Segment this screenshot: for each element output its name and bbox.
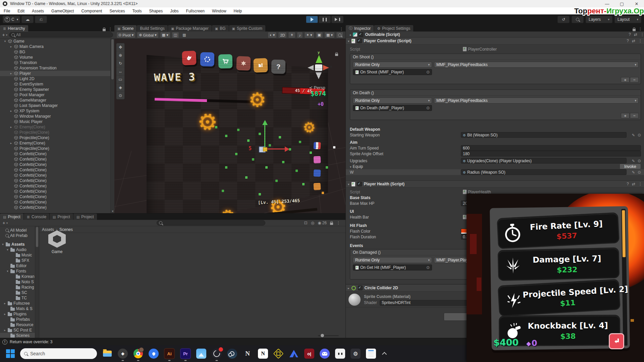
gizmo-lock-icon[interactable] [335, 54, 338, 56]
photos-icon[interactable] [196, 349, 206, 359]
event-mode-dropdown[interactable]: Runtime Only [353, 62, 432, 68]
hierarchy-item[interactable]: Projectile(Clone) [0, 130, 114, 135]
hierarchy-item[interactable]: ▸ Main Camera [0, 44, 114, 49]
premiere-icon[interactable]: Pr [180, 348, 191, 359]
obs-icon[interactable] [212, 349, 222, 359]
tab-project-2[interactable]: Project [50, 214, 73, 220]
notion-calendar-icon[interactable]: N [243, 349, 253, 359]
file-explorer-icon[interactable] [102, 349, 112, 359]
grid-snap-button[interactable]: ▦ ▾ [160, 32, 170, 38]
w-object-field[interactable]: Radius (Weapon SO) [461, 169, 627, 175]
tab-project-1[interactable]: Project [0, 214, 23, 220]
pivot-dropdown[interactable]: ⊙ Pivot ▾ [116, 32, 136, 38]
hierarchy-item[interactable]: Confetti(Clone) [0, 183, 114, 189]
foldout-icon[interactable] [350, 32, 352, 37]
return-button[interactable] [609, 333, 624, 349]
hierarchy-item[interactable]: Confetti(Clone) [0, 205, 114, 210]
add-gameobject-button[interactable]: ＋ [1, 32, 7, 38]
settings-gear-icon[interactable]: ⚙ [351, 349, 361, 359]
hierarchy-item[interactable]: ▸ XP System [0, 108, 114, 114]
edit-icon[interactable] [632, 133, 635, 137]
effects-dropdown[interactable]: ✶ ▾ [304, 32, 314, 38]
notion-icon[interactable]: N [258, 349, 268, 359]
search-by-type-icon[interactable]: ⊡ [304, 221, 308, 225]
hierarchy-item[interactable]: Confetti(Clone) [0, 199, 114, 205]
event-add-button[interactable]: ＋ [621, 77, 630, 82]
folder-item[interactable]: Music [0, 252, 39, 258]
menu-item[interactable]: Fullscreen [182, 9, 208, 13]
scale-tool[interactable]: ↔ [116, 67, 124, 75]
audio-toggle[interactable]: ♪ [297, 32, 303, 38]
tab-project-3[interactable]: Project [73, 214, 97, 220]
edit-icon[interactable] [632, 159, 635, 163]
object-picker-icon[interactable] [638, 170, 641, 175]
upgrades-object-field[interactable]: Upgrades(Clone) (Player Upgrades) [461, 158, 627, 164]
nordvpn-icon[interactable] [289, 349, 299, 359]
character-app-icon[interactable] [335, 349, 345, 359]
script-object-field[interactable]: PlayerController [461, 46, 641, 52]
aim-turn-speed-input[interactable]: 600 [461, 145, 641, 151]
folder-item[interactable]: Prefabs [0, 317, 39, 322]
menu-item[interactable]: Services [106, 9, 128, 13]
maps-pin-icon[interactable] [149, 349, 159, 359]
hierarchy-item[interactable]: Projectile(Clone) [0, 146, 114, 151]
foldout-icon[interactable] [348, 182, 350, 186]
hierarchy-item[interactable]: Music Player [0, 119, 114, 124]
edit-icon[interactable] [632, 170, 635, 175]
hierarchy-item[interactable]: Volume [0, 55, 114, 60]
menu-item[interactable]: GameObject [48, 9, 77, 13]
gizmos-dropdown[interactable]: ▦ ▾ [324, 32, 335, 38]
folder-item[interactable]: Scenes [0, 333, 39, 338]
scene-viewport[interactable]: ? 45 / 45 WAVE 3 ≺ Persp $874 +0 [114, 39, 345, 213]
project-lock-icon[interactable] [330, 223, 333, 225]
folder-item[interactable]: SC [0, 290, 39, 295]
step-button[interactable] [331, 16, 343, 23]
custom-tool[interactable]: ⊙ [116, 92, 124, 99]
folder-item[interactable]: Korean [0, 274, 39, 279]
lock-icon[interactable] [103, 29, 106, 31]
component-outlinable[interactable]: Outlinable (Script) ?⇄ [346, 32, 644, 37]
hierarchy-item[interactable]: Enemy Spawner [0, 87, 114, 92]
hierarchy-item[interactable]: Window Manager [0, 114, 114, 119]
material-preview-sphere[interactable] [348, 294, 361, 306]
hierarchy-item[interactable]: ▸ Player [0, 71, 114, 76]
project-search-input[interactable] [157, 220, 265, 226]
search-by-label-icon[interactable]: ◎ [311, 221, 314, 225]
inspector-menu-icon[interactable] [638, 27, 642, 32]
event-remove-button[interactable]: − [630, 77, 639, 82]
hierarchy-item[interactable]: Pool Manager [0, 92, 114, 98]
event-add-button[interactable]: ＋ [621, 113, 630, 118]
shading-mode-dropdown[interactable]: ◐ ▾ [268, 32, 277, 38]
hierarchy-item[interactable]: Confetti(Clone) [0, 162, 114, 167]
object-picker-icon[interactable] [638, 159, 641, 163]
inspector-lock-icon[interactable] [633, 29, 636, 31]
folder-item[interactable]: TC [0, 295, 39, 301]
maximize-button[interactable]: ▢ [614, 0, 629, 7]
invoke-button[interactable]: Invoke [620, 164, 641, 169]
component-player-controller-header[interactable]: Player Controller (Script) ?⇄ [346, 37, 644, 45]
player-controller-enabled-checkbox[interactable] [357, 39, 362, 43]
move-tool[interactable]: ⊕ [116, 51, 124, 59]
menu-item[interactable]: Edit [14, 9, 28, 13]
hierarchy-item[interactable]: Ascension Transition [0, 65, 114, 71]
menu-item[interactable]: Help [230, 9, 246, 13]
tree-scrollbar[interactable] [35, 226, 39, 338]
camera-settings-button[interactable]: ▣ [316, 32, 323, 38]
folder-item[interactable]: ▸SC Post E [0, 327, 39, 333]
folder-item[interactable]: ▾Fonts [0, 268, 39, 274]
event-target-object-field[interactable]: On Death (MMF_Player) [353, 105, 432, 111]
menu-item[interactable]: Jobs [166, 9, 182, 13]
tab-console[interactable]: Console [24, 214, 49, 220]
favorite-search-item[interactable]: All Prefab [0, 233, 39, 238]
tab-inspector[interactable]: Inspector [346, 25, 374, 32]
component-menu-icon[interactable] [638, 182, 642, 186]
presets-icon[interactable]: ⇄ [632, 182, 635, 186]
project-add-button[interactable]: ＋ [2, 220, 8, 226]
hierarchy-item[interactable]: Confetti(Clone) [0, 167, 114, 173]
circle-collider-enabled-checkbox[interactable] [358, 286, 363, 290]
folder-item[interactable]: Racing [0, 285, 39, 290]
folder-item[interactable]: Noto S [0, 279, 39, 285]
hierarchy-item[interactable]: Confetti(Clone) [0, 151, 114, 157]
help-icon[interactable]: ? [629, 32, 631, 37]
equip-foldout-row[interactable]: Equip Invoke [346, 164, 644, 169]
